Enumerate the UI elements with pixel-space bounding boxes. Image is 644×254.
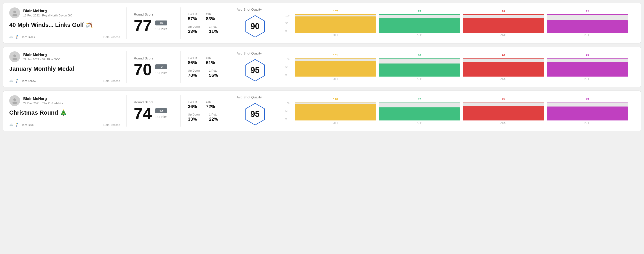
hexagon-score: 95: [250, 110, 260, 119]
stat-oneputt: 1 Putt 22%: [209, 113, 218, 122]
bar-fill: [379, 107, 460, 121]
oneputt-value: 56%: [209, 73, 218, 78]
score-row: 74 +2 18 Holes: [134, 105, 173, 122]
score-badge-block: +2 18 Holes: [155, 108, 167, 119]
updown-label: Up/Down: [188, 69, 200, 72]
bar-background: [547, 15, 628, 33]
bar-value-label: 99: [586, 54, 589, 57]
hexagon-container: 90: [236, 14, 274, 39]
score-holes: 18 Holes: [155, 71, 167, 75]
data-source: Data: Arccos: [103, 123, 120, 127]
chart-group-ott: 101 OTT: [294, 54, 378, 81]
bar-fill: [463, 18, 544, 32]
bar-background: [547, 103, 628, 121]
oneputt-value: 22%: [209, 117, 218, 122]
stat-gir: GIR 72%: [206, 100, 215, 109]
chart-group-arg: 95 ARG: [462, 98, 546, 125]
score-holes: 18 Holes: [155, 27, 167, 31]
score-holes: 18 Holes: [155, 115, 167, 119]
fw-hit-label: FW Hit: [188, 100, 197, 104]
bar-top-line: [547, 102, 628, 103]
oneputt-label: 1 Putt: [209, 25, 218, 28]
bar-background: [379, 103, 460, 121]
gir-label: GIR: [206, 12, 215, 16]
bar-fill: [463, 106, 544, 120]
hexagon: 95: [243, 58, 268, 83]
score-row: 77 +5 18 Holes: [134, 17, 173, 34]
score-value: 74: [134, 105, 152, 122]
golf-bag-icon: 🏌️: [15, 123, 19, 127]
hexagon-container: 95: [236, 58, 274, 83]
tee-info: ☁️ 🏌️ Tee: Yellow: [9, 79, 36, 83]
fw-hit-value: 86%: [188, 60, 197, 65]
hexagon: 90: [243, 14, 268, 39]
bar-top-line: [463, 102, 544, 103]
updown-value: 33%: [188, 29, 200, 34]
player-name: Blair McHarg: [23, 9, 72, 13]
stat-oneputt: 1 Putt 11%: [209, 25, 218, 34]
bar-x-label: OTT: [333, 121, 338, 125]
bar-background: [463, 15, 544, 33]
tee-label: Tee: Black: [22, 35, 35, 39]
svg-point-0: [13, 10, 16, 13]
gir-label: GIR: [206, 100, 215, 104]
chart-group-arg: 98 ARG: [462, 10, 546, 37]
bar-top-line: [295, 14, 376, 15]
fw-hit-label: FW Hit: [188, 56, 197, 60]
left-section: Blair McHarg 29 Jan 2022 · Mill Ride GCC…: [9, 51, 126, 83]
bar-fill: [547, 62, 628, 77]
weather-icon: ☁️: [9, 79, 13, 83]
bar-top-line: [295, 102, 376, 103]
avatar: [9, 7, 20, 18]
bar-background: [295, 59, 376, 77]
bar-top-line: [547, 14, 628, 15]
bar-x-label: ARG: [500, 33, 506, 37]
tee-info: ☁️ 🏌️ Tee: Blue: [9, 123, 34, 127]
player-meta: 12 Feb 2022 · Royal North Devon GC: [23, 14, 72, 17]
bar-x-label: ARG: [500, 77, 506, 81]
updown-value: 78%: [188, 73, 200, 78]
bar-top-line: [379, 14, 460, 15]
stats-row-top: FW Hit 36% GIR 72%: [188, 100, 223, 109]
bar-top-line: [379, 102, 460, 103]
bar-top-line: [379, 58, 460, 59]
fw-hit-value: 57%: [188, 16, 197, 21]
player-info: Blair McHarg 29 Jan 2022 · Mill Ride GCC: [23, 53, 60, 61]
bar-value-label: 98: [502, 10, 505, 13]
bar-top-line: [295, 58, 376, 59]
hexagon-container: 95: [236, 102, 274, 127]
bar-x-label: PUTT: [584, 121, 591, 125]
tee-label: Tee: Yellow: [22, 79, 36, 83]
bar-value-label: 87: [418, 98, 421, 101]
data-source: Data: Arccos: [103, 35, 120, 39]
player-meta: 27 Dec 2021 · The Oxfordshire: [23, 102, 64, 105]
bar-fill: [295, 61, 376, 76]
bar-fill: [295, 16, 376, 32]
gir-label: GIR: [206, 56, 215, 60]
chart-group-app: 87 APP: [378, 98, 461, 125]
bar-fill: [379, 64, 460, 76]
tee-info: ☁️ 🏌️ Tee: Black: [9, 35, 35, 39]
bar-x-label: PUTT: [584, 77, 591, 81]
chart-group-arg: 96 ARG: [462, 54, 546, 81]
weather-icon: ☁️: [9, 35, 13, 39]
hexagon: 95: [243, 102, 268, 127]
quality-section: Avg Shot Quality 90: [230, 7, 280, 39]
bar-background: [463, 103, 544, 121]
score-label: Round Score: [134, 56, 173, 60]
bar-background: [295, 103, 376, 121]
stats-section: FW Hit 57% GIR 83% Up/Down 33% 1 Putt: [181, 7, 230, 39]
score-section: Round Score 77 +5 18 Holes: [126, 7, 181, 39]
fw-hit-label: FW Hit: [188, 12, 197, 16]
bar-value-label: 96: [502, 54, 505, 57]
score-value: 77: [134, 17, 152, 34]
weather-icon: ☁️: [9, 123, 13, 127]
score-label: Round Score: [134, 100, 173, 104]
round-card: Blair McHarg 27 Dec 2021 · The Oxfordshi…: [3, 91, 641, 131]
quality-label: Avg Shot Quality: [236, 7, 262, 11]
chart-group-app: 86 APP: [378, 54, 461, 81]
stat-fw-hit: FW Hit 36%: [188, 100, 197, 109]
y-axis: 100 50 0: [285, 14, 290, 32]
bar-value-label: 95: [502, 98, 505, 101]
y-axis: 100 50 0: [285, 58, 290, 76]
